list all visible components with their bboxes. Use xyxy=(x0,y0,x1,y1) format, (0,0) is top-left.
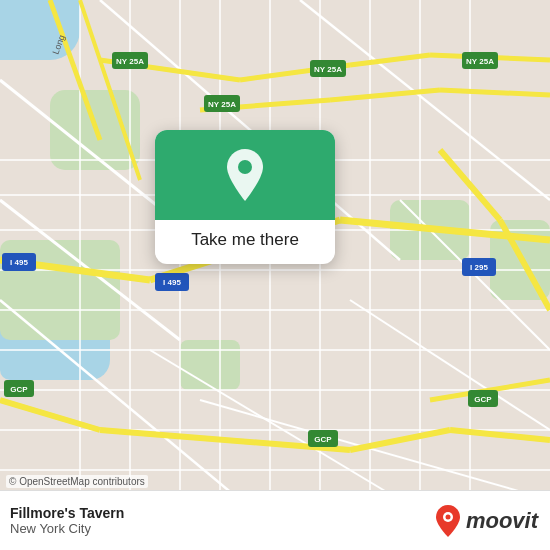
svg-text:NY 25A: NY 25A xyxy=(116,57,144,66)
svg-text:NY 25A: NY 25A xyxy=(466,57,494,66)
popup-card-header xyxy=(155,130,335,220)
svg-line-31 xyxy=(500,220,550,310)
svg-point-76 xyxy=(445,514,450,519)
svg-line-34 xyxy=(350,430,450,450)
roads-layer: I 495 I 495 I 295 GCP GCP GCP NY 25 NY 2… xyxy=(0,0,550,550)
svg-text:GCP: GCP xyxy=(314,435,332,444)
svg-text:GCP: GCP xyxy=(474,395,492,404)
moovit-logo: moovit xyxy=(434,504,538,538)
popup-card-bottom[interactable]: Take me there xyxy=(155,220,335,264)
svg-line-35 xyxy=(450,430,550,440)
svg-text:GCP: GCP xyxy=(10,385,28,394)
bottom-bar: Fillmore's Tavern New York City moovit xyxy=(0,490,550,550)
svg-text:NY 25A: NY 25A xyxy=(314,65,342,74)
svg-text:I 495: I 495 xyxy=(163,278,181,287)
svg-line-46 xyxy=(440,90,550,95)
svg-point-74 xyxy=(238,160,252,174)
popup-card[interactable]: Take me there xyxy=(155,130,335,264)
svg-line-47 xyxy=(50,0,100,140)
location-info: Fillmore's Tavern New York City xyxy=(10,505,124,536)
map-attribution: © OpenStreetMap contributors xyxy=(6,475,148,488)
location-pin-icon xyxy=(221,147,269,203)
take-me-there-button[interactable]: Take me there xyxy=(191,230,299,250)
moovit-brand-text: moovit xyxy=(466,508,538,534)
location-name: Fillmore's Tavern xyxy=(10,505,124,521)
map-container: I 495 I 495 I 295 GCP GCP GCP NY 25 NY 2… xyxy=(0,0,550,550)
svg-line-42 xyxy=(350,55,430,65)
svg-text:I 295: I 295 xyxy=(470,263,488,272)
svg-line-32 xyxy=(0,400,100,430)
location-city: New York City xyxy=(10,521,124,536)
svg-line-26 xyxy=(150,350,400,500)
svg-text:NY 25A: NY 25A xyxy=(208,100,236,109)
svg-text:I 495: I 495 xyxy=(10,258,28,267)
moovit-pin-icon xyxy=(434,504,462,538)
